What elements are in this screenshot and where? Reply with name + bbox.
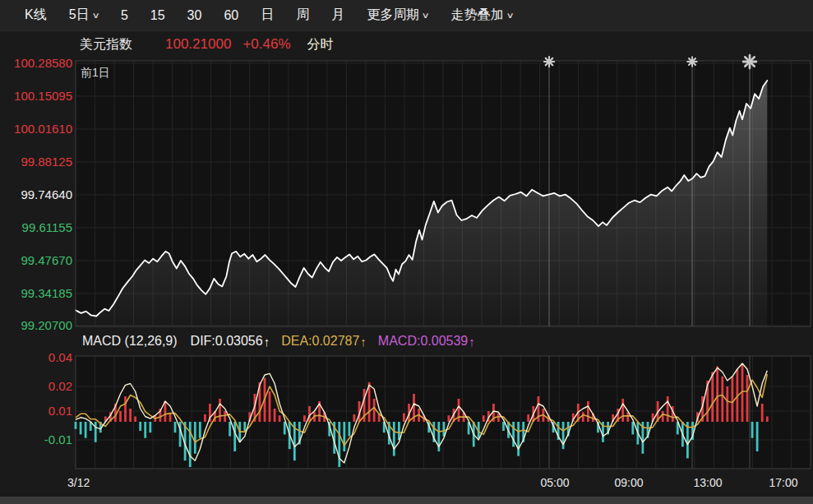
macd-hist-bar-up [458,399,460,422]
macd-hist-bar-down [393,422,395,456]
macd-hist-bar-down [95,422,97,442]
macd-hist-bar-down [398,422,400,440]
dea-value: DEA:0.02787 [281,334,359,349]
macd-hist-bar-down [139,422,141,431]
prev-day-overlay-label: 前1日 [81,66,110,81]
macd-hist-bar-down [343,422,345,451]
chart-scrollbar[interactable] [0,497,813,504]
up-arrow-icon: ↑ [360,335,367,349]
time-label: 09:00 [614,476,643,489]
event-marker-icon[interactable] [544,57,554,67]
time-label: 17:00 [769,476,797,489]
macd-hist-bar-down [502,422,505,431]
macd-hist-bar-up [761,404,764,422]
macd-hist-bar-up [303,415,306,422]
macd-hist-bar-up [711,372,714,423]
macd-hist-bar-up [129,409,132,422]
macd-hist-bar-up [124,396,127,422]
macd-hist-bar-up [134,417,136,423]
event-marker-icon[interactable] [688,58,697,67]
macd-hist-bar-up [164,401,167,422]
price-axis-label: 99.34185 [2,287,72,300]
macd-hist-bar-down [284,422,286,434]
macd-hist-bar-down [85,422,87,438]
macd-hist-bar-up [587,401,589,422]
macd-hist-bar-down [751,422,754,438]
macd-hist-bar-up [726,386,728,422]
macd-hist-bar-up [582,412,584,422]
price-axis-label: 99.61155 [2,221,72,234]
macd-hist-bar-up [403,414,405,422]
macd-hist-bar-up [716,367,718,423]
macd-axis-label: -0.01 [2,433,72,446]
macd-hist-bar-up [766,417,769,423]
event-marker-icon[interactable] [743,55,756,68]
macd-hist-bar-up [746,375,749,422]
macd-hist-bar-down [756,422,759,451]
up-arrow-icon: ↑ [264,335,270,349]
macd-hist-bar-up [621,399,624,422]
up-arrow-icon: ↑ [469,335,475,349]
macd-hist-bar-up [219,399,221,422]
macd-hist-bar-down [189,422,192,467]
trading-app-window: K线5日∨5153060日周月更多周期∨走势叠加∨ 美元指数 100.21000… [0,0,813,504]
macd-hist-bar-down [75,422,77,429]
price-axis-label: 99.74640 [2,188,72,201]
macd-hist-bar-up [353,414,356,422]
macd-hist-bar-up [667,396,669,422]
macd-hist-bar-down [199,422,201,438]
macd-hist-bar-down [517,422,520,456]
macd-hist-bar-down [349,422,351,437]
macd-hist-bar-up [279,415,281,422]
macd-hist-bar-down [631,422,634,434]
macd-hist-bar-up [274,409,276,422]
price-axis-label: 100.28580 [2,57,72,70]
price-axis-label: 100.15095 [2,90,72,103]
macd-axis-label: 0.04 [2,351,72,364]
macd-axis-label: 0.01 [2,405,72,418]
price-axis-label: 99.20700 [2,319,72,332]
macd-hist-bar-down [243,422,246,431]
macd-hist-bar-down [80,422,82,434]
macd-hist-bar-up [204,414,206,422]
macd-value: MACD:0.00539 [378,334,468,349]
macd-hist-bar-up [269,391,271,422]
macd-hist-bar-down [233,422,236,451]
macd-hist-bar-down [229,422,231,437]
time-label: 3/12 [67,476,90,489]
price-axis-label: 100.01610 [2,123,72,136]
macd-hist-bar-up [721,377,723,422]
time-label: 13:00 [693,476,722,489]
macd-indicator-header[interactable]: MACD (12,26,9) DIF:0.03056 ↑ DEA:0.02787… [82,331,487,352]
macd-hist-bar-up [448,415,450,422]
macd-hist-bar-up [373,399,376,422]
macd-hist-bar-down [144,422,146,438]
macd-hist-bar-up [497,414,500,422]
dif-value: DIF:0.03056 [191,334,263,349]
macd-hist-bar-up [662,411,664,422]
macd-hist-bar-up [483,415,485,422]
chart-canvas[interactable] [0,0,813,504]
macd-hist-bar-up [119,411,122,422]
macd-hist-bar-down [512,422,515,446]
macd-hist-bar-down [174,422,177,432]
macd-axis-label: 0.02 [2,380,72,393]
price-axis-label: 99.88125 [2,155,72,169]
time-label: 05:00 [540,476,569,489]
macd-hist-bar-up [224,411,226,422]
price-axis-label: 99.47670 [2,254,72,267]
macd-hist-bar-up [527,414,529,422]
macd-hist-bar-up [169,414,172,422]
macd-hist-bar-down [149,422,151,432]
macd-hist-bar-down [338,422,340,467]
macd-indicator-label: MACD (12,26,9) [82,334,178,349]
macd-hist-bar-down [194,422,196,454]
macd-hist-bar-up [732,377,734,422]
